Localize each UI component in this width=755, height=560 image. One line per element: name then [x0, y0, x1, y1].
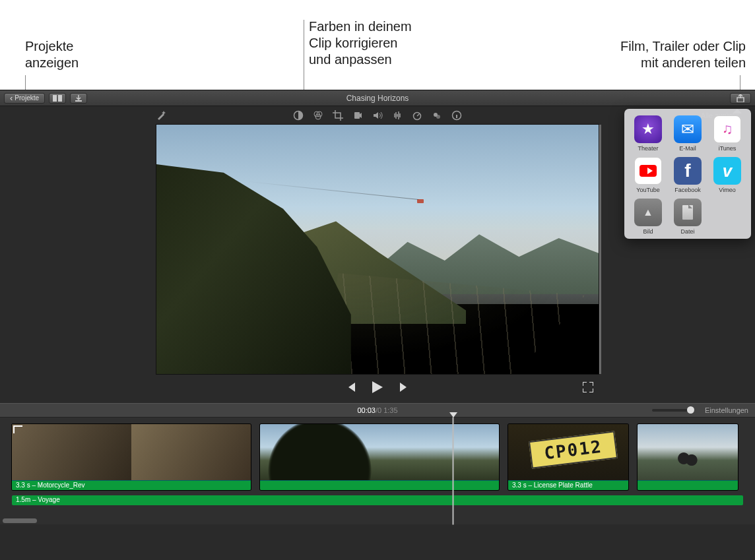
window-title: Chasing Horizons — [0, 94, 755, 103]
video-track: 3.3 s – Motorcycle_Rev 3.3 s – License P… — [12, 424, 743, 490]
projects-button-label: Projekte — [15, 94, 39, 102]
timeline-clip[interactable]: 3.3 s – Motorcycle_Rev — [12, 424, 251, 490]
share-itunes[interactable]: iTunes — [709, 115, 746, 152]
top-toolbar: Projekte Chasing Horizons — [0, 90, 755, 106]
play-button[interactable] — [372, 381, 383, 393]
svg-rect-2 — [75, 100, 82, 102]
share-theater[interactable]: Theater — [630, 115, 667, 152]
share-youtube[interactable]: YouTube — [630, 157, 667, 193]
youtube-icon — [634, 157, 662, 185]
transport-controls — [156, 374, 599, 400]
callout-share: Film, Trailer oder Clip mit anderen teil… — [553, 38, 746, 71]
noise-reduction-icon[interactable] — [392, 110, 403, 121]
speed-icon[interactable] — [412, 110, 422, 121]
video-viewer[interactable] — [156, 125, 599, 374]
prev-frame-button[interactable] — [346, 383, 356, 392]
imovie-window: Projekte Chasing Horizons — [0, 90, 755, 560]
share-label: Facebook — [674, 187, 701, 193]
timeline[interactable]: 3.3 s – Motorcycle_Rev 3.3 s – License P… — [0, 418, 755, 524]
svg-point-11 — [436, 115, 440, 119]
image-icon — [634, 199, 662, 226]
volume-icon[interactable] — [372, 110, 383, 121]
projects-button[interactable]: Projekte — [4, 93, 45, 104]
color-correction-icon[interactable] — [313, 110, 323, 121]
horizontal-scrollbar[interactable] — [3, 518, 37, 523]
timeline-settings-button[interactable]: Einstellungen — [705, 406, 748, 414]
clip-audio-label — [638, 480, 738, 490]
library-toggle-button[interactable] — [49, 93, 66, 104]
callout-color-correct: Farben in deinem Clip korrigieren und an… — [309, 18, 412, 68]
info-icon[interactable] — [451, 110, 462, 121]
timeline-clip[interactable]: 3.3 s – License Plate Rattle — [508, 424, 628, 490]
share-facebook[interactable]: Facebook — [669, 157, 706, 193]
share-file[interactable]: Datei — [669, 199, 706, 235]
svg-rect-3 — [737, 98, 744, 102]
share-vimeo[interactable]: Vimeo — [709, 157, 746, 193]
svg-rect-1 — [58, 95, 62, 102]
clip-audio-label — [260, 480, 499, 490]
file-icon — [674, 199, 702, 226]
cable-car-icon — [417, 199, 424, 203]
next-frame-button[interactable] — [399, 383, 409, 392]
vimeo-icon — [713, 157, 741, 185]
itunes-icon — [713, 115, 741, 143]
share-label: Datei — [680, 228, 694, 235]
timeline-header: 00:03 / 0 1:35 Einstellungen — [0, 403, 755, 418]
facebook-icon — [674, 157, 702, 185]
timeline-clip[interactable] — [638, 424, 738, 490]
callout-projects: Projekte anzeigen — [25, 38, 79, 71]
share-popover: Theater E-Mail iTunes YouTube Facebook V… — [624, 109, 751, 239]
clip-filter-icon[interactable] — [432, 110, 442, 121]
clip-audio-label: 3.3 s – Motorcycle_Rev — [12, 480, 251, 490]
magic-wand-icon[interactable] — [156, 110, 166, 121]
playhead-time: 00:03 — [357, 406, 376, 414]
share-label: iTunes — [719, 145, 737, 152]
theater-icon — [634, 115, 662, 143]
share-image[interactable]: Bild — [630, 199, 667, 235]
playhead[interactable] — [453, 418, 453, 524]
clip-audio-label: 3.3 s – License Plate Rattle — [508, 480, 628, 490]
crop-icon[interactable] — [333, 110, 343, 121]
share-label: Bild — [643, 228, 653, 235]
share-label: YouTube — [636, 187, 659, 193]
mail-icon — [674, 115, 702, 143]
clip-in-marker-icon — [13, 425, 22, 433]
share-label: E-Mail — [679, 145, 696, 152]
color-balance-icon[interactable] — [293, 110, 304, 121]
svg-rect-0 — [53, 95, 57, 102]
timeline-zoom-slider[interactable] — [652, 409, 692, 412]
music-track[interactable]: 1.5m – Voyage — [12, 495, 743, 505]
share-label: Theater — [638, 145, 658, 152]
stabilization-icon[interactable] — [352, 110, 363, 121]
import-button[interactable] — [70, 93, 87, 104]
svg-rect-8 — [354, 112, 360, 119]
share-email[interactable]: E-Mail — [669, 115, 706, 152]
total-duration: 0 1:35 — [378, 406, 398, 414]
timeline-clip[interactable] — [260, 424, 499, 490]
music-track-label: 1.5m – Voyage — [16, 496, 60, 503]
fullscreen-button[interactable] — [583, 382, 593, 392]
share-label: Vimeo — [719, 187, 735, 193]
share-button[interactable] — [730, 93, 751, 104]
